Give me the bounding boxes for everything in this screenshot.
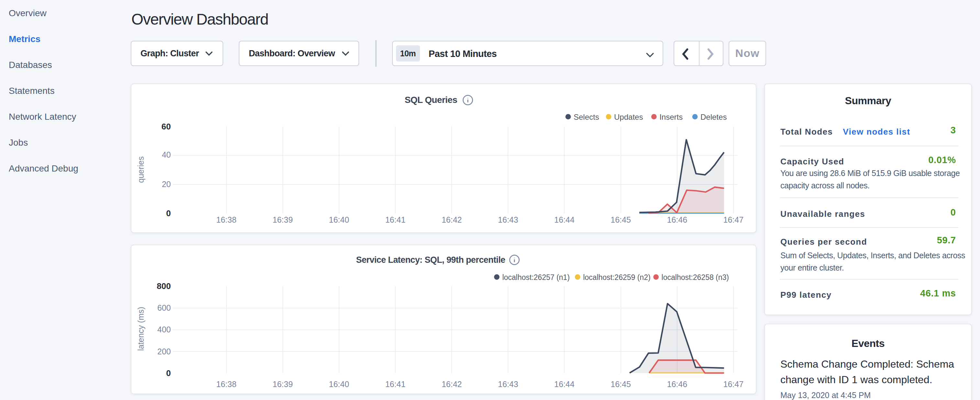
svg-text:Selects: Selects [574,112,599,121]
svg-text:Inserts: Inserts [659,112,682,121]
svg-text:16:43: 16:43 [498,215,518,224]
svg-text:16:42: 16:42 [442,379,462,389]
svg-text:16:44: 16:44 [554,379,574,389]
svg-text:Service Latency: SQL, 99th per: Service Latency: SQL, 99th percentile [356,255,506,265]
svg-text:16:39: 16:39 [273,379,293,389]
svg-text:16:47: 16:47 [724,379,744,389]
svg-text:16:40: 16:40 [329,215,349,224]
svg-text:16:45: 16:45 [611,379,631,389]
svg-text:Updates: Updates [614,112,643,121]
svg-text:16:43: 16:43 [498,379,518,389]
svg-text:200: 200 [157,347,171,356]
svg-text:16:42: 16:42 [442,215,462,224]
svg-text:16:46: 16:46 [667,379,687,389]
svg-text:16:41: 16:41 [385,215,406,224]
svg-text:16:41: 16:41 [385,379,406,389]
svg-text:600: 600 [157,303,171,312]
svg-text:16:44: 16:44 [554,215,574,224]
svg-text:40: 40 [162,150,171,159]
svg-text:0: 0 [166,208,171,218]
svg-text:SQL Queries: SQL Queries [405,94,458,105]
svg-text:Deletes: Deletes [700,112,727,121]
svg-text:800: 800 [157,281,171,291]
svg-text:20: 20 [162,179,171,188]
svg-text:16:46: 16:46 [667,215,687,224]
svg-text:localhost:26259 (n2): localhost:26259 (n2) [583,273,650,282]
svg-text:latency (ms): latency (ms) [136,307,145,351]
svg-text:localhost:26258 (n3): localhost:26258 (n3) [662,273,729,282]
svg-text:localhost:26257 (n1): localhost:26257 (n1) [502,273,570,282]
svg-text:60: 60 [161,121,171,131]
svg-text:400: 400 [157,325,171,334]
svg-text:16:45: 16:45 [611,215,631,224]
svg-text:queries: queries [136,156,145,183]
svg-text:0: 0 [166,368,171,378]
svg-text:16:39: 16:39 [273,215,293,224]
svg-text:16:47: 16:47 [724,215,744,224]
svg-text:16:38: 16:38 [216,215,237,224]
svg-text:16:38: 16:38 [216,379,237,389]
svg-text:16:40: 16:40 [329,379,349,389]
